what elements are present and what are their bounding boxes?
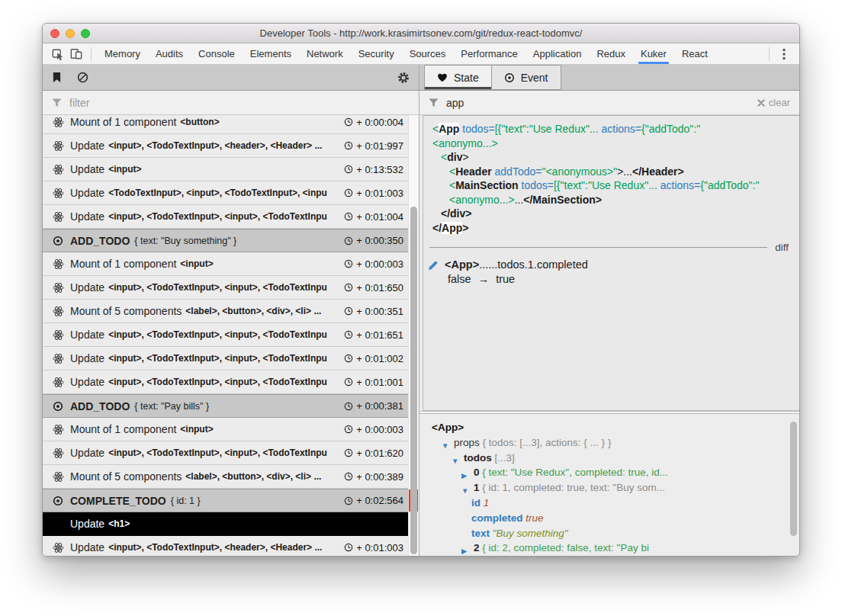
- clock-icon: [344, 448, 353, 457]
- props-tree-line[interactable]: <App>: [426, 420, 789, 435]
- event-components: <input>, <TodoTextInput>, <input>, <Todo…: [108, 448, 327, 458]
- clock-icon: [344, 306, 353, 316]
- event-row[interactable]: Update<TodoTextInput>, <input>, <TodoTex…: [43, 181, 419, 205]
- events-filter-input[interactable]: [68, 96, 410, 110]
- device-toolbar-icon[interactable]: [67, 45, 85, 63]
- clear-filter-button[interactable]: clear: [757, 97, 790, 108]
- event-label: Update: [70, 281, 104, 294]
- event-timestamp: + 0:00:351: [344, 306, 403, 317]
- event-row[interactable]: Update<h1>: [43, 512, 419, 536]
- filter-funnel-icon: [52, 98, 62, 107]
- event-row[interactable]: Mount of 5 components<label>, <button>, …: [43, 465, 419, 489]
- action-payload: { id: 1 }: [171, 496, 201, 506]
- event-timestamp: + 0:00:381: [344, 400, 403, 412]
- react-icon: [52, 329, 64, 341]
- clock-icon: [344, 283, 353, 292]
- arrow-right-icon: →: [478, 273, 490, 285]
- tab-sources[interactable]: Sources: [402, 43, 454, 64]
- event-label: Mount of 1 component: [70, 258, 176, 270]
- event-row-action[interactable]: ADD_TODO{ text: "Pay bills" }+ 0:00:381: [43, 394, 419, 418]
- event-label: Update: [70, 447, 104, 459]
- tab-memory[interactable]: Memory: [97, 43, 148, 64]
- tab-audits[interactable]: Audits: [148, 43, 191, 64]
- jsx-tree-line: <MainSection todos=[{"text":"Use Redux".…: [428, 178, 792, 193]
- event-row[interactable]: Update<input>+ 0:13:532: [43, 158, 419, 181]
- tab-application[interactable]: Application: [525, 43, 590, 64]
- bookmark-icon[interactable]: [52, 72, 62, 83]
- diff-new-value: true: [496, 273, 515, 285]
- event-row[interactable]: Update<input>, <TodoTextInput>, <input>,…: [43, 276, 419, 300]
- settings-gear-icon[interactable]: [397, 72, 410, 84]
- action-icon: [52, 236, 64, 246]
- event-timestamp: + 0:01:003: [344, 188, 403, 199]
- props-tree-line[interactable]: text "Buy something": [426, 526, 789, 541]
- event-row-action[interactable]: ADD_TODO{ text: "Buy something" }+ 0:00:…: [43, 229, 419, 252]
- clock-icon: [344, 354, 353, 363]
- event-row[interactable]: Update<input>, <TodoTextInput>, <input>,…: [43, 441, 419, 465]
- tab-react[interactable]: React: [674, 43, 715, 64]
- event-row[interactable]: Update<input>, <TodoTextInput>, <input>,…: [43, 323, 419, 347]
- tab-kuker[interactable]: Kuker: [633, 43, 674, 64]
- props-tree-line[interactable]: ▼props { todos: [...3], actions: { ... }…: [426, 435, 789, 451]
- diff-target: <App>: [445, 258, 479, 271]
- event-row[interactable]: Update<input>, <TodoTextInput>, <input>,…: [43, 205, 419, 229]
- event-timestamp: + 0:00:389: [344, 471, 403, 483]
- event-components: <input>, <TodoTextInput>, <input>, <Todo…: [108, 329, 327, 340]
- react-icon: [52, 471, 64, 483]
- react-icon: [52, 282, 64, 294]
- clear-filter-label: clear: [769, 97, 790, 108]
- event-row[interactable]: Update<input>, <TodoTextInput>, <header>…: [43, 536, 419, 557]
- event-components: <input>: [108, 164, 141, 175]
- event-row[interactable]: Mount of 1 component<input>+ 0:00:003: [43, 418, 419, 441]
- state-filter-input[interactable]: [445, 96, 751, 110]
- tab-event[interactable]: Event: [492, 65, 561, 90]
- props-tree-line[interactable]: ▼todos [...3]: [426, 451, 789, 466]
- react-icon: [52, 353, 64, 364]
- event-row[interactable]: Update<input>, <TodoTextInput>, <input>,…: [43, 371, 419, 394]
- tab-state-label: State: [454, 72, 479, 84]
- clock-icon: [344, 141, 353, 150]
- events-scrollbar-thumb[interactable]: [410, 207, 417, 554]
- event-timestamp: + 0:00:003: [344, 424, 403, 435]
- tab-event-label: Event: [521, 72, 548, 84]
- props-tree-line[interactable]: ▶0 { text: "Use Redux", completed: true,…: [426, 465, 789, 480]
- inspect-element-icon[interactable]: [49, 45, 67, 63]
- tab-state[interactable]: State: [424, 65, 492, 90]
- props-tree-line[interactable]: ▼1 { id: 1, completed: true, text: "Buy …: [426, 480, 789, 496]
- events-toolbar: [43, 65, 419, 91]
- jsx-tree-line: <Header addTodo="<anonymous>">...</Heade…: [428, 165, 792, 179]
- title-bar: Developer Tools - http://work.krasimirts…: [43, 24, 799, 43]
- detail-pane: State Event clear <App todos=[{"text":": [419, 65, 799, 557]
- event-label: Mount of 5 components: [70, 470, 182, 483]
- tab-console[interactable]: Console: [191, 43, 243, 64]
- tab-elements[interactable]: Elements: [243, 43, 299, 64]
- event-timestamp: + 0:01:004: [344, 211, 403, 223]
- action-icon: [52, 496, 64, 506]
- diff-entry[interactable]: <App>......todos.1.completed false → tru…: [428, 258, 792, 285]
- props-tree-line[interactable]: ▶2 { id: 2, completed: false, text: "Pay…: [426, 541, 789, 556]
- props-tree-line[interactable]: id 1: [426, 496, 789, 511]
- react-icon: [52, 188, 64, 199]
- action-payload: { text: "Pay bills" }: [134, 401, 209, 412]
- event-row[interactable]: Mount of 5 components<label>, <button>, …: [43, 300, 419, 323]
- tab-network[interactable]: Network: [299, 43, 351, 64]
- tab-performance[interactable]: Performance: [453, 43, 525, 64]
- devtools-window: Developer Tools - http://work.krasimirts…: [42, 23, 800, 557]
- expand-triangle-icon[interactable]: ▶: [461, 544, 467, 557]
- state-tree-panel: <App todos=[{"text":"Use Redux"... actio…: [423, 115, 799, 411]
- more-options-icon[interactable]: [775, 45, 793, 63]
- event-row[interactable]: Update<input>, <TodoTextInput>, <header>…: [43, 134, 419, 158]
- event-row-action[interactable]: COMPLETE_TODO{ id: 1 }+ 0:02:564: [43, 489, 419, 512]
- clock-icon: [344, 425, 353, 434]
- clear-events-icon[interactable]: [77, 72, 88, 83]
- tab-security[interactable]: Security: [351, 43, 402, 64]
- props-scrollbar-thumb[interactable]: [790, 422, 797, 536]
- tab-redux[interactable]: Redux: [589, 43, 633, 64]
- react-icon: [52, 424, 64, 435]
- event-row[interactable]: Mount of 1 component<button>+ 0:00:004: [43, 115, 419, 134]
- props-tree-line[interactable]: completed true: [426, 511, 789, 526]
- event-row[interactable]: Update<input>, <TodoTextInput>, <input>,…: [43, 347, 419, 371]
- event-row[interactable]: Mount of 1 component<input>+ 0:00:003: [43, 252, 419, 276]
- event-label: Update: [70, 187, 104, 199]
- diff-label: diff: [775, 242, 792, 253]
